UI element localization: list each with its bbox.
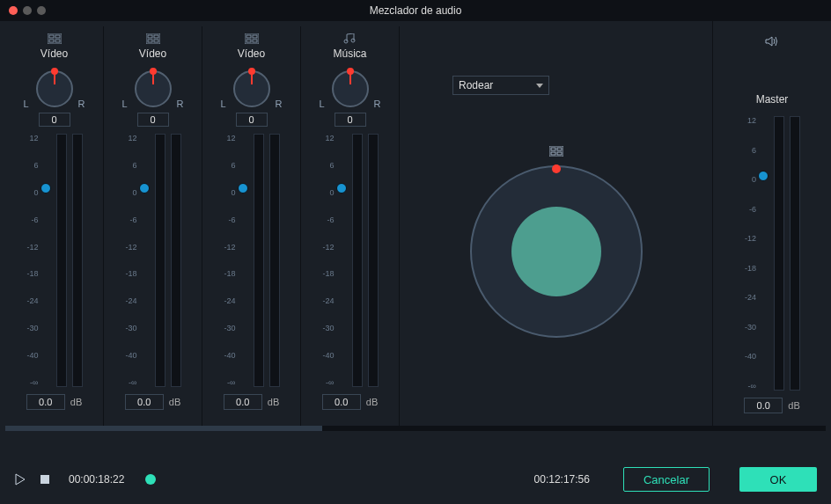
- window-close-button[interactable]: [9, 6, 18, 15]
- level-meter: [269, 134, 280, 387]
- fader-slider[interactable]: [143, 134, 146, 387]
- titlebar: Mezclador de audio: [0, 0, 831, 21]
- pan-value-input[interactable]: 0: [39, 113, 70, 127]
- svg-rect-21: [557, 152, 562, 155]
- stop-button[interactable]: [39, 473, 51, 486]
- level-meter: [774, 116, 784, 391]
- master-label: Master: [756, 93, 789, 106]
- channel-label: Música: [333, 47, 366, 60]
- svg-rect-18: [551, 148, 555, 150]
- pan-left-label: L: [320, 99, 325, 109]
- level-meter: [155, 134, 165, 387]
- channel-scrollbar[interactable]: [5, 426, 826, 431]
- svg-rect-4: [55, 40, 60, 42]
- video-icon: [146, 33, 160, 44]
- pan-value-input[interactable]: 0: [137, 113, 169, 127]
- svg-rect-14: [253, 40, 257, 42]
- channel-strip: Vídeo L R 0 1260-6-12-18-24-30-40-∞: [5, 26, 104, 426]
- level-scale: 1260-6-12-18-24-30-40-∞: [125, 134, 141, 387]
- svg-rect-12: [253, 35, 257, 38]
- window-title: Mezclador de audio: [370, 4, 462, 17]
- chevron-down-icon: [536, 84, 543, 88]
- svg-rect-22: [40, 475, 49, 484]
- video-icon: [549, 144, 563, 160]
- surround-mode-select[interactable]: Rodear: [452, 76, 549, 95]
- surround-panel: Rodear: [400, 21, 712, 426]
- channel-label: Vídeo: [139, 47, 166, 60]
- db-value-input[interactable]: 0.0: [125, 394, 164, 410]
- timecode-total: 00:12:17:56: [534, 473, 590, 486]
- pan-value-input[interactable]: 0: [335, 113, 366, 127]
- db-value-input[interactable]: 0.0: [224, 394, 262, 410]
- timecode-current: 00:00:18:22: [69, 473, 124, 486]
- channel-strip: Vídeo LR 0 1260-6-12-18-24-30-40-∞ 0.0 d…: [202, 26, 301, 426]
- db-unit-label: dB: [169, 397, 180, 407]
- video-icon: [245, 33, 259, 44]
- surround-position-handle[interactable]: [552, 164, 561, 173]
- svg-rect-8: [148, 40, 152, 42]
- db-unit-label: dB: [366, 397, 378, 407]
- level-scale: 1260-6-12-18-24-30-40-∞: [322, 134, 338, 387]
- play-button[interactable]: [14, 473, 26, 486]
- window-minimize-button[interactable]: [23, 6, 32, 15]
- transport-bar: 00:00:18:22 00:12:17:56 Cancelar OK: [0, 455, 831, 504]
- playhead-handle[interactable]: [145, 474, 156, 485]
- level-meter: [254, 134, 264, 387]
- timeline-slider[interactable]: [145, 469, 512, 490]
- level-meter: [171, 134, 181, 387]
- svg-rect-13: [246, 40, 251, 42]
- speaker-icon: [765, 35, 779, 51]
- svg-rect-19: [557, 148, 562, 150]
- level-meter: [368, 134, 379, 387]
- pan-left-label: L: [221, 99, 226, 109]
- pan-value-input[interactable]: 0: [236, 113, 268, 127]
- level-scale: 1260-6-12-18-24-30-40-∞: [224, 134, 239, 387]
- level-scale: 1260-6-12-18-24-30-40-∞: [744, 116, 760, 391]
- svg-rect-6: [148, 35, 152, 38]
- channel-strip: Vídeo LR 0 1260-6-12-18-24-30-40-∞ 0.0 d…: [104, 26, 202, 426]
- svg-rect-7: [154, 35, 158, 38]
- svg-rect-3: [49, 40, 54, 42]
- db-value-input[interactable]: 0.0: [26, 394, 65, 410]
- ok-button[interactable]: OK: [739, 467, 817, 492]
- svg-rect-11: [246, 35, 251, 38]
- pan-right-label: R: [177, 99, 184, 109]
- fader-slider[interactable]: [44, 134, 48, 387]
- level-scale: 1260-6-12-18-24-30-40-∞: [26, 134, 42, 387]
- channel-label: Vídeo: [40, 47, 68, 60]
- fader-slider[interactable]: [241, 134, 245, 387]
- window-maximize-button[interactable]: [37, 6, 46, 15]
- db-value-input[interactable]: 0.0: [322, 394, 361, 410]
- svg-rect-9: [154, 40, 158, 42]
- master-db-value-input[interactable]: 0.0: [744, 398, 783, 413]
- surround-mode-value: Rodear: [459, 79, 493, 91]
- master-strip: Master 1260-6-12-18-24-30-40-∞ 0.0 dB: [712, 21, 831, 426]
- surround-panner[interactable]: [470, 165, 643, 338]
- level-meter: [56, 134, 67, 387]
- db-unit-label: dB: [268, 397, 279, 407]
- music-icon: [343, 33, 357, 44]
- pan-right-label: R: [78, 99, 85, 109]
- channel-strip: Música LR 0 1260-6-12-18-24-30-40-∞ 0.0 …: [301, 26, 400, 426]
- pan-left-label: L: [122, 99, 128, 109]
- pan-right-label: R: [374, 99, 381, 109]
- pan-left-label: L: [24, 99, 29, 109]
- fader-slider[interactable]: [340, 134, 343, 387]
- db-unit-label: dB: [70, 397, 82, 407]
- level-meter: [352, 134, 363, 387]
- channel-label: Vídeo: [238, 47, 265, 60]
- video-icon: [48, 33, 62, 44]
- svg-rect-20: [551, 152, 555, 155]
- svg-rect-2: [55, 35, 60, 38]
- svg-rect-1: [49, 35, 54, 38]
- master-fader-slider[interactable]: [761, 116, 765, 391]
- level-meter: [790, 116, 800, 391]
- cancel-button[interactable]: Cancelar: [623, 467, 710, 492]
- channel-strip-area: Vídeo L R 0 1260-6-12-18-24-30-40-∞: [0, 21, 400, 426]
- pan-right-label: R: [276, 99, 283, 109]
- level-meter: [72, 134, 83, 387]
- db-unit-label: dB: [788, 400, 799, 411]
